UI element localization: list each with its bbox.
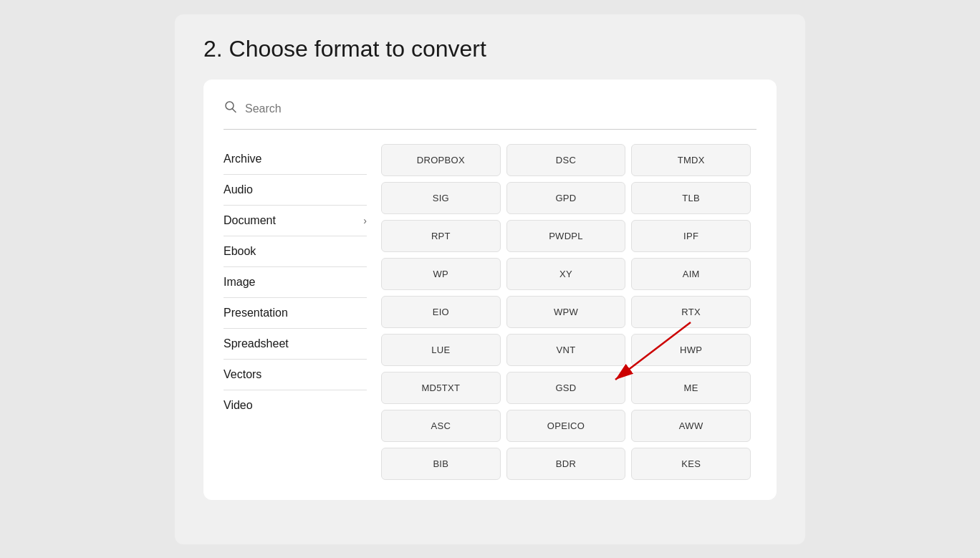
section-title: 2. Choose format to convert xyxy=(203,36,777,62)
format-btn-aww[interactable]: AWW xyxy=(631,410,751,442)
category-label-presentation: Presentation xyxy=(224,307,288,319)
format-btn-pwdpl[interactable]: PWDPL xyxy=(506,220,626,252)
category-item-document[interactable]: Document› xyxy=(224,206,367,236)
format-btn-me[interactable]: ME xyxy=(631,372,751,404)
category-label-image: Image xyxy=(224,276,255,289)
category-item-archive[interactable]: Archive xyxy=(224,144,367,175)
format-btn-aim[interactable]: AIM xyxy=(631,258,751,290)
category-item-vectors[interactable]: Vectors xyxy=(224,360,367,390)
format-btn-tmdx[interactable]: TMDX xyxy=(631,144,751,176)
formats-grid: DROPBOXDSCTMDXSIGGPDTLBRPTPWDPLIPFWPXYAI… xyxy=(381,144,756,480)
search-input[interactable] xyxy=(245,102,756,115)
category-item-audio[interactable]: Audio xyxy=(224,175,367,206)
format-btn-vnt[interactable]: VNT xyxy=(506,334,626,366)
search-container xyxy=(224,100,756,130)
category-arrow-document: › xyxy=(363,215,367,226)
format-btn-bdr[interactable]: BDR xyxy=(506,448,626,480)
format-btn-dsc[interactable]: DSC xyxy=(506,144,626,176)
category-item-video[interactable]: Video xyxy=(224,390,367,420)
format-btn-opeico[interactable]: OPEICO xyxy=(506,410,626,442)
category-item-ebook[interactable]: Ebook xyxy=(224,236,367,267)
format-btn-ipf[interactable]: IPF xyxy=(631,220,751,252)
format-btn-wp[interactable]: WP xyxy=(381,258,501,290)
category-label-archive: Archive xyxy=(224,153,261,165)
format-btn-bib[interactable]: BIB xyxy=(381,448,501,480)
format-btn-eio[interactable]: EIO xyxy=(381,296,501,328)
category-label-spreadsheet: Spreadsheet xyxy=(224,337,289,350)
format-btn-md5txt[interactable]: MD5TXT xyxy=(381,372,501,404)
format-btn-sig[interactable]: SIG xyxy=(381,182,501,214)
category-label-video: Video xyxy=(224,399,253,412)
format-btn-rtx[interactable]: RTX xyxy=(631,296,751,328)
category-item-image[interactable]: Image xyxy=(224,267,367,298)
format-btn-dropbox[interactable]: DROPBOX xyxy=(381,144,501,176)
categories-list: ArchiveAudioDocument›EbookImagePresentat… xyxy=(224,144,367,480)
format-btn-rpt[interactable]: RPT xyxy=(381,220,501,252)
format-btn-wpw[interactable]: WPW xyxy=(506,296,626,328)
category-item-presentation[interactable]: Presentation xyxy=(224,298,367,329)
format-btn-asc[interactable]: ASC xyxy=(381,410,501,442)
category-label-audio: Audio xyxy=(224,183,253,196)
format-btn-tlb[interactable]: TLB xyxy=(631,182,751,214)
format-btn-kes[interactable]: KES xyxy=(631,448,751,480)
search-icon xyxy=(224,100,238,117)
svg-line-1 xyxy=(233,109,236,112)
category-item-spreadsheet[interactable]: Spreadsheet xyxy=(224,329,367,360)
category-label-vectors: Vectors xyxy=(224,368,261,381)
format-btn-gpd[interactable]: GPD xyxy=(506,182,626,214)
category-label-document: Document xyxy=(224,214,276,227)
converter-box: ArchiveAudioDocument›EbookImagePresentat… xyxy=(203,80,777,500)
main-content: ArchiveAudioDocument›EbookImagePresentat… xyxy=(224,144,756,480)
format-btn-hwp[interactable]: HWP xyxy=(631,334,751,366)
main-container: 2. Choose format to convert ArchiveAudio… xyxy=(175,14,805,544)
format-btn-lue[interactable]: LUE xyxy=(381,334,501,366)
format-btn-gsd[interactable]: GSD xyxy=(506,372,626,404)
category-label-ebook: Ebook xyxy=(224,245,256,258)
format-btn-xy[interactable]: XY xyxy=(506,258,626,290)
formats-container: DROPBOXDSCTMDXSIGGPDTLBRPTPWDPLIPFWPXYAI… xyxy=(381,144,756,480)
